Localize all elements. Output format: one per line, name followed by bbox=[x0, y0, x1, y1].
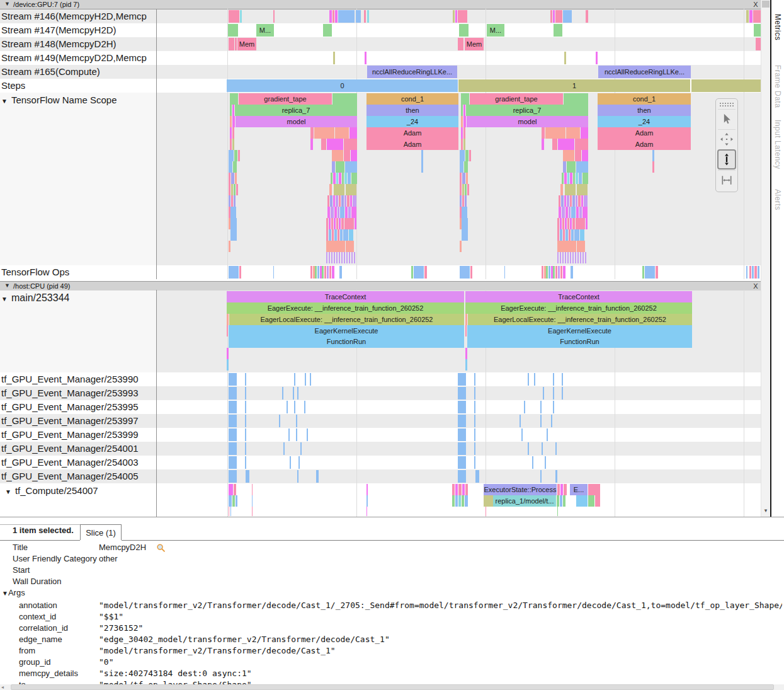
trace-slice[interactable] bbox=[232, 495, 235, 507]
trace-slice[interactable]: TraceContext bbox=[465, 291, 692, 302]
trace-slice[interactable] bbox=[550, 10, 552, 23]
trace-slice[interactable] bbox=[560, 229, 562, 241]
collapse-icon[interactable]: ▼ bbox=[1, 98, 8, 105]
trace-slice[interactable]: then bbox=[598, 105, 691, 116]
scroll-down-icon[interactable]: ▾ bbox=[761, 506, 770, 515]
trace-slice[interactable]: EagerKernelExecute bbox=[467, 325, 692, 336]
trace-slice[interactable] bbox=[576, 495, 588, 507]
trace-slice[interactable] bbox=[367, 10, 369, 23]
trace-slice[interactable] bbox=[346, 252, 348, 263]
trace-slice[interactable] bbox=[229, 161, 232, 173]
trace-slice[interactable] bbox=[334, 252, 335, 263]
trace-slice[interactable] bbox=[553, 387, 554, 400]
trace-slice[interactable] bbox=[455, 495, 458, 507]
trace-slice[interactable] bbox=[351, 207, 356, 218]
trace-slice[interactable] bbox=[334, 218, 336, 229]
trace-slice[interactable] bbox=[572, 195, 575, 207]
trace-slice[interactable] bbox=[452, 495, 455, 507]
trace-slice[interactable] bbox=[466, 173, 468, 184]
trace-slice[interactable] bbox=[581, 195, 583, 207]
trace-slice[interactable] bbox=[296, 428, 297, 441]
trace-slice[interactable] bbox=[294, 401, 295, 413]
trace-slice[interactable] bbox=[542, 266, 543, 279]
trace-slice[interactable] bbox=[565, 229, 568, 241]
selection-tool-icon[interactable] bbox=[718, 109, 736, 129]
trace-slice[interactable] bbox=[252, 484, 253, 495]
trace-slice[interactable] bbox=[230, 207, 236, 218]
trace-slice[interactable] bbox=[567, 252, 569, 263]
trace-slice[interactable] bbox=[463, 127, 465, 139]
trace-slice[interactable] bbox=[298, 456, 300, 469]
trace-slice[interactable] bbox=[656, 266, 658, 279]
trace-slice[interactable] bbox=[528, 373, 529, 386]
trace-slice[interactable] bbox=[576, 195, 577, 207]
trace-slice[interactable] bbox=[588, 495, 594, 507]
trace-slice[interactable] bbox=[467, 184, 469, 195]
trace-slice[interactable] bbox=[327, 195, 329, 207]
trace-slice[interactable] bbox=[336, 252, 338, 263]
trace-slice[interactable] bbox=[335, 127, 349, 139]
trace-slice[interactable] bbox=[460, 150, 465, 161]
trace-slice[interactable] bbox=[227, 325, 228, 336]
trace-slice[interactable] bbox=[474, 456, 475, 469]
trace-slice[interactable] bbox=[459, 24, 469, 37]
trace-slice[interactable] bbox=[462, 207, 467, 218]
trace-slice[interactable] bbox=[231, 173, 234, 184]
trace-slice[interactable] bbox=[458, 495, 461, 507]
trace-slice[interactable] bbox=[758, 266, 759, 279]
collapse-icon[interactable]: ▼ bbox=[1, 296, 8, 302]
trace-slice[interactable] bbox=[546, 266, 548, 279]
trace-slice[interactable] bbox=[463, 139, 465, 150]
trace-slice[interactable] bbox=[557, 495, 559, 507]
trace-slice[interactable] bbox=[576, 218, 585, 229]
trace-slice[interactable] bbox=[351, 173, 357, 184]
trace-slice[interactable] bbox=[232, 105, 234, 116]
trace-slice[interactable] bbox=[341, 218, 344, 229]
trace-slice[interactable] bbox=[560, 218, 562, 229]
trace-slice[interactable] bbox=[230, 127, 232, 139]
trace-slice[interactable]: Adam bbox=[598, 127, 691, 139]
trace-slice[interactable] bbox=[345, 207, 348, 218]
trace-slice[interactable] bbox=[572, 218, 575, 229]
trace-slice[interactable] bbox=[540, 415, 542, 427]
trace-slice[interactable] bbox=[458, 387, 466, 400]
trace-slice[interactable] bbox=[329, 266, 331, 279]
trace-slice[interactable] bbox=[229, 184, 230, 195]
trace-slice[interactable] bbox=[540, 401, 542, 413]
trace-slice[interactable] bbox=[462, 218, 468, 229]
trace-slice[interactable] bbox=[230, 116, 232, 127]
trace-slice[interactable] bbox=[458, 470, 466, 483]
trace-slice[interactable] bbox=[465, 359, 467, 371]
trace-slice[interactable] bbox=[582, 252, 584, 263]
trace-slice[interactable] bbox=[460, 173, 462, 184]
trace-slice[interactable] bbox=[338, 10, 355, 23]
trace-slice[interactable] bbox=[458, 442, 466, 455]
trace-slice[interactable] bbox=[305, 373, 306, 386]
trace-slice[interactable]: gradient_tape bbox=[239, 93, 332, 105]
trace-slice[interactable] bbox=[341, 195, 344, 207]
trace-slice[interactable] bbox=[553, 266, 555, 279]
trace-slice[interactable] bbox=[460, 195, 462, 207]
trace-slice[interactable] bbox=[349, 229, 353, 241]
trace-slice[interactable] bbox=[329, 218, 331, 229]
trace-slice[interactable] bbox=[339, 195, 341, 207]
trace-slice[interactable] bbox=[474, 442, 475, 455]
trace-slice[interactable] bbox=[365, 52, 366, 64]
trace-slice[interactable]: Adam bbox=[366, 127, 458, 139]
trace-slice[interactable] bbox=[288, 428, 290, 441]
trace-slice[interactable] bbox=[577, 241, 585, 252]
trace-slice[interactable] bbox=[322, 266, 324, 279]
trace-slice[interactable] bbox=[460, 184, 462, 195]
trace-slice[interactable] bbox=[294, 373, 295, 386]
trace-slice[interactable] bbox=[474, 428, 475, 441]
trace-slice[interactable] bbox=[338, 207, 339, 218]
trace-slice[interactable] bbox=[336, 195, 338, 207]
trace-slice[interactable] bbox=[559, 195, 560, 207]
trace-slice[interactable] bbox=[461, 139, 463, 150]
trace-slice[interactable] bbox=[521, 428, 523, 441]
trace-slice[interactable] bbox=[317, 266, 319, 279]
trace-slice[interactable] bbox=[304, 401, 305, 413]
trace-slice[interactable] bbox=[353, 195, 356, 207]
trace-slice[interactable] bbox=[577, 184, 588, 195]
trace-slice[interactable] bbox=[234, 195, 236, 207]
